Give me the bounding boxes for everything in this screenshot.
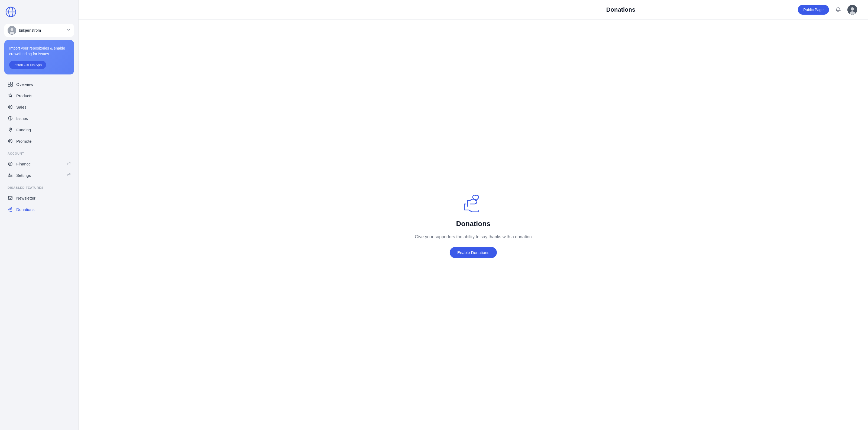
svg-point-15: [10, 141, 10, 141]
svg-point-16: [8, 162, 12, 166]
donations-sidebar-icon: [8, 207, 13, 212]
svg-rect-8: [8, 85, 10, 87]
account-nav: Finance Settings: [4, 158, 74, 180]
svg-point-5: [10, 32, 14, 34]
settings-label: Settings: [16, 173, 31, 178]
promote-label: Promote: [16, 139, 32, 143]
sidebar-item-issues[interactable]: Issues: [4, 113, 74, 124]
sidebar-item-sales[interactable]: Sales: [4, 102, 74, 112]
settings-icon: [8, 172, 13, 178]
topbar-actions: Public Page: [798, 5, 857, 14]
svg-point-20: [9, 174, 10, 175]
center-content: Donations Give your supporters the abili…: [79, 20, 868, 430]
sidebar-item-settings[interactable]: Settings: [4, 170, 74, 180]
sidebar: birkjernstrom Import your repositories &…: [0, 0, 79, 430]
sidebar-item-overview[interactable]: Overview: [4, 79, 74, 90]
svg-point-26: [849, 11, 855, 14]
install-github-app-button[interactable]: Install GitHub App: [9, 61, 46, 69]
newsletter-icon: [8, 195, 13, 201]
main-nav: Overview Products Sales: [4, 79, 74, 146]
enable-donations-button[interactable]: Enable Donations: [450, 247, 497, 258]
external-link-settings-icon: [67, 173, 71, 177]
overview-icon: [8, 81, 13, 87]
page-title: Donations: [444, 6, 798, 13]
donations-illustration: [462, 192, 484, 213]
promote-icon: [8, 138, 13, 144]
svg-point-22: [9, 176, 10, 177]
sidebar-item-products[interactable]: Products: [4, 90, 74, 101]
app-logo-icon: [5, 6, 16, 17]
user-avatar-top[interactable]: [847, 5, 857, 14]
svg-rect-6: [8, 82, 10, 84]
funding-label: Funding: [16, 128, 31, 132]
funding-icon: [8, 127, 13, 132]
svg-point-11: [10, 119, 10, 120]
sidebar-item-finance[interactable]: Finance: [4, 158, 74, 169]
sidebar-item-funding[interactable]: Funding: [4, 124, 74, 135]
sidebar-item-promote[interactable]: Promote: [4, 136, 74, 146]
products-label: Products: [16, 93, 32, 98]
overview-label: Overview: [16, 82, 33, 87]
issues-icon: [8, 115, 13, 121]
donations-sidebar-label: Donations: [16, 207, 35, 212]
chevron-down-icon: [66, 28, 71, 33]
disabled-section-label: DISABLED FEATURES: [4, 183, 74, 190]
main-content: Donations Public Page: [79, 0, 868, 430]
sales-icon: [8, 104, 13, 110]
finance-icon: [8, 161, 13, 167]
finance-label: Finance: [16, 162, 31, 166]
content-description: Give your supporters the ability to say …: [415, 234, 531, 239]
issues-label: Issues: [16, 116, 28, 121]
notifications-bell-button[interactable]: [833, 5, 843, 14]
promo-text: Import your repositories & enable crowdf…: [9, 45, 69, 57]
content-title: Donations: [456, 220, 490, 228]
external-link-icon: [67, 162, 71, 166]
svg-point-21: [11, 175, 12, 176]
promo-card: Import your repositories & enable crowdf…: [4, 40, 74, 74]
newsletter-label: Newsletter: [16, 196, 35, 200]
disabled-nav: Newsletter Donations: [4, 193, 74, 215]
logo-area: [4, 4, 74, 22]
user-selector[interactable]: birkjernstrom: [4, 24, 74, 37]
svg-point-12: [10, 129, 11, 130]
public-page-button[interactable]: Public Page: [798, 5, 829, 14]
products-icon: [8, 93, 13, 98]
username-label: birkjernstrom: [19, 28, 64, 32]
svg-rect-7: [10, 82, 12, 84]
account-section-label: ACCOUNT: [4, 148, 74, 156]
sales-label: Sales: [16, 105, 27, 109]
svg-point-4: [10, 28, 13, 31]
svg-rect-9: [10, 85, 12, 87]
user-avatar: [8, 26, 16, 35]
sidebar-item-donations[interactable]: Donations: [4, 204, 74, 215]
svg-point-25: [851, 7, 854, 10]
sidebar-item-newsletter[interactable]: Newsletter: [4, 193, 74, 203]
topbar: Donations Public Page: [79, 0, 868, 20]
